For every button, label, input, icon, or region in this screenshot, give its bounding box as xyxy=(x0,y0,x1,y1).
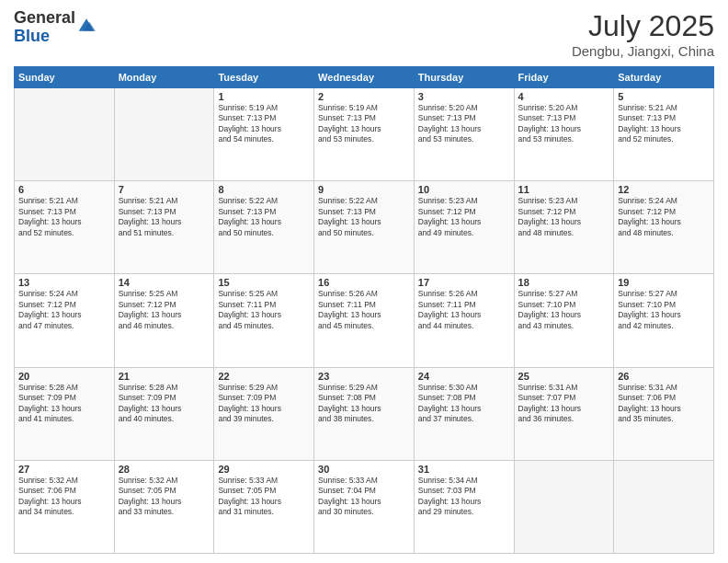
day-detail: Sunrise: 5:20 AM Sunset: 7:13 PM Dayligh… xyxy=(418,103,510,145)
day-detail: Sunrise: 5:31 AM Sunset: 7:07 PM Dayligh… xyxy=(518,383,610,425)
day-detail: Sunrise: 5:33 AM Sunset: 7:05 PM Dayligh… xyxy=(218,476,310,518)
day-number: 21 xyxy=(119,371,210,382)
day-number: 11 xyxy=(518,184,610,195)
day-number: 27 xyxy=(18,464,110,475)
day-detail: Sunrise: 5:19 AM Sunset: 7:13 PM Dayligh… xyxy=(318,103,410,145)
calendar-table: SundayMondayTuesdayWednesdayThursdayFrid… xyxy=(14,66,714,554)
day-number: 4 xyxy=(518,91,610,102)
subtitle: Dengbu, Jiangxi, China xyxy=(572,43,714,59)
calendar-header-thursday: Thursday xyxy=(414,67,514,88)
calendar-cell: 29Sunrise: 5:33 AM Sunset: 7:05 PM Dayli… xyxy=(214,460,314,553)
day-number: 22 xyxy=(218,371,310,382)
calendar-cell: 9Sunrise: 5:22 AM Sunset: 7:13 PM Daylig… xyxy=(314,181,415,274)
day-detail: Sunrise: 5:21 AM Sunset: 7:13 PM Dayligh… xyxy=(18,196,110,238)
day-number: 24 xyxy=(418,371,510,382)
calendar-cell: 27Sunrise: 5:32 AM Sunset: 7:06 PM Dayli… xyxy=(15,460,115,553)
day-detail: Sunrise: 5:28 AM Sunset: 7:09 PM Dayligh… xyxy=(119,383,210,425)
calendar-cell xyxy=(514,460,614,553)
calendar-cell: 1Sunrise: 5:19 AM Sunset: 7:13 PM Daylig… xyxy=(214,88,314,181)
day-number: 8 xyxy=(218,184,310,195)
day-detail: Sunrise: 5:26 AM Sunset: 7:11 PM Dayligh… xyxy=(418,289,510,331)
calendar-week-row: 27Sunrise: 5:32 AM Sunset: 7:06 PM Dayli… xyxy=(15,460,714,553)
calendar-cell: 26Sunrise: 5:31 AM Sunset: 7:06 PM Dayli… xyxy=(614,367,714,460)
day-number: 25 xyxy=(518,371,610,382)
day-number: 9 xyxy=(318,184,410,195)
day-number: 28 xyxy=(119,464,210,475)
day-number: 31 xyxy=(418,464,510,475)
day-detail: Sunrise: 5:27 AM Sunset: 7:10 PM Dayligh… xyxy=(518,289,610,331)
calendar-cell: 25Sunrise: 5:31 AM Sunset: 7:07 PM Dayli… xyxy=(514,367,614,460)
day-detail: Sunrise: 5:32 AM Sunset: 7:05 PM Dayligh… xyxy=(119,476,210,518)
calendar-header-monday: Monday xyxy=(114,67,214,88)
day-number: 10 xyxy=(418,184,510,195)
day-detail: Sunrise: 5:29 AM Sunset: 7:08 PM Dayligh… xyxy=(318,383,410,425)
day-number: 14 xyxy=(119,277,210,288)
calendar-cell: 17Sunrise: 5:26 AM Sunset: 7:11 PM Dayli… xyxy=(414,274,514,367)
calendar-cell: 14Sunrise: 5:25 AM Sunset: 7:12 PM Dayli… xyxy=(114,274,214,367)
calendar-cell: 11Sunrise: 5:23 AM Sunset: 7:12 PM Dayli… xyxy=(514,181,614,274)
day-detail: Sunrise: 5:31 AM Sunset: 7:06 PM Dayligh… xyxy=(618,383,710,425)
calendar-cell: 21Sunrise: 5:28 AM Sunset: 7:09 PM Dayli… xyxy=(114,367,214,460)
day-number: 12 xyxy=(618,184,710,195)
calendar-week-row: 6Sunrise: 5:21 AM Sunset: 7:13 PM Daylig… xyxy=(15,181,714,274)
day-number: 23 xyxy=(318,371,410,382)
calendar-week-row: 13Sunrise: 5:24 AM Sunset: 7:12 PM Dayli… xyxy=(15,274,714,367)
day-detail: Sunrise: 5:20 AM Sunset: 7:13 PM Dayligh… xyxy=(518,103,610,145)
calendar-cell: 3Sunrise: 5:20 AM Sunset: 7:13 PM Daylig… xyxy=(414,88,514,181)
day-number: 2 xyxy=(318,91,410,102)
day-number: 18 xyxy=(518,277,610,288)
calendar-cell: 7Sunrise: 5:21 AM Sunset: 7:13 PM Daylig… xyxy=(114,181,214,274)
calendar-cell xyxy=(614,460,714,553)
day-detail: Sunrise: 5:19 AM Sunset: 7:13 PM Dayligh… xyxy=(218,103,310,145)
day-detail: Sunrise: 5:28 AM Sunset: 7:09 PM Dayligh… xyxy=(18,383,110,425)
day-detail: Sunrise: 5:25 AM Sunset: 7:11 PM Dayligh… xyxy=(218,289,310,331)
day-detail: Sunrise: 5:25 AM Sunset: 7:12 PM Dayligh… xyxy=(119,289,210,331)
calendar-cell: 6Sunrise: 5:21 AM Sunset: 7:13 PM Daylig… xyxy=(15,181,115,274)
calendar-cell: 19Sunrise: 5:27 AM Sunset: 7:10 PM Dayli… xyxy=(614,274,714,367)
day-detail: Sunrise: 5:23 AM Sunset: 7:12 PM Dayligh… xyxy=(418,196,510,238)
calendar-week-row: 1Sunrise: 5:19 AM Sunset: 7:13 PM Daylig… xyxy=(15,88,714,181)
day-number: 26 xyxy=(618,371,710,382)
day-number: 17 xyxy=(418,277,510,288)
calendar-cell: 22Sunrise: 5:29 AM Sunset: 7:09 PM Dayli… xyxy=(214,367,314,460)
header: General Blue July 2025 Dengbu, Jiangxi, … xyxy=(14,9,714,59)
calendar-cell: 23Sunrise: 5:29 AM Sunset: 7:08 PM Dayli… xyxy=(314,367,415,460)
day-detail: Sunrise: 5:24 AM Sunset: 7:12 PM Dayligh… xyxy=(18,289,110,331)
calendar-cell: 20Sunrise: 5:28 AM Sunset: 7:09 PM Dayli… xyxy=(15,367,115,460)
day-detail: Sunrise: 5:27 AM Sunset: 7:10 PM Dayligh… xyxy=(618,289,710,331)
day-number: 6 xyxy=(18,184,110,195)
calendar-header-friday: Friday xyxy=(514,67,614,88)
logo-general-text: General xyxy=(14,9,75,28)
day-number: 29 xyxy=(218,464,310,475)
calendar-header-row: SundayMondayTuesdayWednesdayThursdayFrid… xyxy=(15,67,714,88)
calendar-header-saturday: Saturday xyxy=(614,67,714,88)
calendar-cell: 30Sunrise: 5:33 AM Sunset: 7:04 PM Dayli… xyxy=(314,460,415,553)
day-detail: Sunrise: 5:32 AM Sunset: 7:06 PM Dayligh… xyxy=(18,476,110,518)
calendar-cell: 8Sunrise: 5:22 AM Sunset: 7:13 PM Daylig… xyxy=(214,181,314,274)
day-detail: Sunrise: 5:23 AM Sunset: 7:12 PM Dayligh… xyxy=(518,196,610,238)
day-number: 20 xyxy=(18,371,110,382)
day-detail: Sunrise: 5:33 AM Sunset: 7:04 PM Dayligh… xyxy=(318,476,410,518)
day-number: 19 xyxy=(618,277,710,288)
calendar-cell: 24Sunrise: 5:30 AM Sunset: 7:08 PM Dayli… xyxy=(414,367,514,460)
calendar-header-sunday: Sunday xyxy=(15,67,115,88)
day-number: 5 xyxy=(618,91,710,102)
calendar-cell: 2Sunrise: 5:19 AM Sunset: 7:13 PM Daylig… xyxy=(314,88,415,181)
day-detail: Sunrise: 5:22 AM Sunset: 7:13 PM Dayligh… xyxy=(318,196,410,238)
calendar-cell xyxy=(15,88,115,181)
calendar-cell: 18Sunrise: 5:27 AM Sunset: 7:10 PM Dayli… xyxy=(514,274,614,367)
calendar-cell: 12Sunrise: 5:24 AM Sunset: 7:12 PM Dayli… xyxy=(614,181,714,274)
calendar-cell: 4Sunrise: 5:20 AM Sunset: 7:13 PM Daylig… xyxy=(514,88,614,181)
day-detail: Sunrise: 5:24 AM Sunset: 7:12 PM Dayligh… xyxy=(618,196,710,238)
day-number: 15 xyxy=(218,277,310,288)
day-detail: Sunrise: 5:26 AM Sunset: 7:11 PM Dayligh… xyxy=(318,289,410,331)
calendar-cell: 5Sunrise: 5:21 AM Sunset: 7:13 PM Daylig… xyxy=(614,88,714,181)
calendar-cell: 31Sunrise: 5:34 AM Sunset: 7:03 PM Dayli… xyxy=(414,460,514,553)
day-number: 16 xyxy=(318,277,410,288)
day-number: 7 xyxy=(119,184,210,195)
day-number: 1 xyxy=(218,91,310,102)
day-number: 30 xyxy=(318,464,410,475)
month-title: July 2025 xyxy=(572,9,714,43)
logo-icon xyxy=(77,16,96,34)
day-detail: Sunrise: 5:29 AM Sunset: 7:09 PM Dayligh… xyxy=(218,383,310,425)
